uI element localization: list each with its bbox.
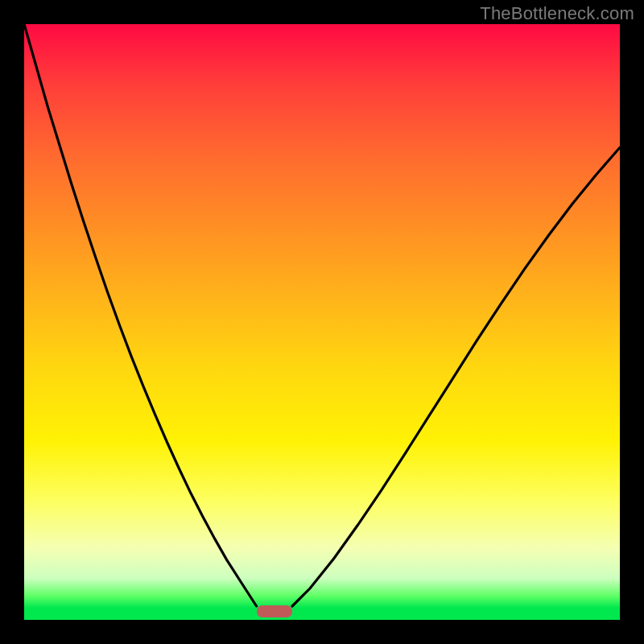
- chart-frame: TheBottleneck.com: [0, 0, 644, 644]
- watermark-text: TheBottleneck.com: [480, 3, 634, 24]
- bottleneck-curve: [24, 24, 620, 620]
- plot-area: [24, 24, 620, 620]
- optimal-range-marker: [257, 605, 292, 617]
